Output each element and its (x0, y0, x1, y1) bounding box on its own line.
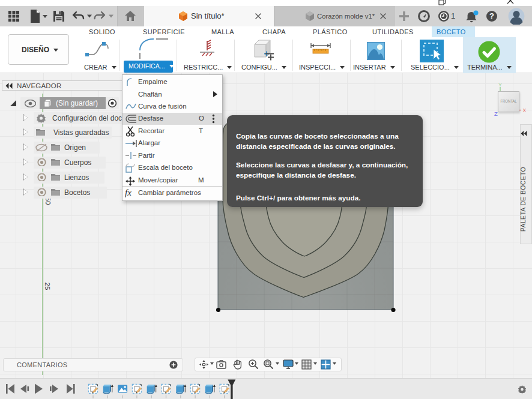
svg-text:X: X (523, 107, 527, 113)
svg-text:FRONTAL: FRONTAL (501, 99, 517, 103)
svg-text:?: ? (489, 11, 494, 20)
svg-text:Y: Y (498, 82, 502, 88)
